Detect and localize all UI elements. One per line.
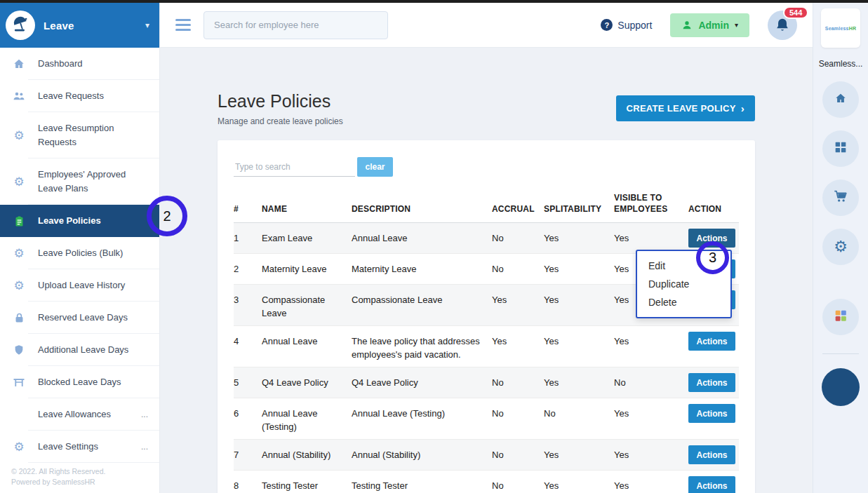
app-window: Leave ▾ DashboardLeave Requests⚙Leave Re… <box>0 0 868 493</box>
row-number: 4 <box>234 326 262 353</box>
clear-search-button[interactable]: clear <box>357 157 393 177</box>
module-switcher[interactable]: Leave ▾ <box>0 3 159 48</box>
sidebar-item-label: Leave Settings <box>38 440 98 454</box>
copyright-text: © 2022. All Rights Reserved. <box>11 466 105 477</box>
admin-label: Admin <box>698 20 729 31</box>
sidebar-item-leave-resumption-requests[interactable]: ⚙Leave Resumption Requests <box>0 112 159 158</box>
dropdown-item-delete[interactable]: Delete <box>637 293 730 311</box>
row-number: 7 <box>234 440 262 467</box>
actions-button[interactable]: Actions <box>688 404 735 423</box>
accrual-value: No <box>492 223 544 250</box>
user-avatar[interactable] <box>822 368 860 406</box>
sidebar-item-leave-settings[interactable]: ⚙Leave Settings... <box>0 431 159 463</box>
rail-button-gear[interactable]: ⚙ <box>822 229 859 265</box>
create-leave-policy-button[interactable]: CREATE LEAVE POLICY › <box>616 95 755 121</box>
sidebar-item-label: Dashboard <box>38 57 83 71</box>
sidebar-item-additional-leave-days[interactable]: Additional Leave Days <box>0 334 159 366</box>
browser-edge <box>0 0 868 3</box>
gate-icon <box>11 376 27 389</box>
home-icon <box>11 58 27 70</box>
column-header-num: # <box>234 203 262 215</box>
actions-button[interactable]: Actions <box>688 373 735 392</box>
sidebar-item-upload-leave-history[interactable]: ⚙Upload Leave History <box>0 269 159 302</box>
accrual-value: Yes <box>492 326 544 353</box>
sidebar-item-label: Leave Policies <box>38 214 101 228</box>
rail-button-grid[interactable] <box>822 130 859 167</box>
splitability-value: Yes <box>544 471 614 493</box>
visible-to-employees-value: Yes <box>614 398 688 426</box>
action-cell: Actions <box>688 326 739 356</box>
sidebar-item-leave-allowances[interactable]: Leave Allowances... <box>0 398 159 431</box>
sidebar-item-label: Reserved Leave Days <box>38 311 128 325</box>
table-search-row: clear <box>234 157 739 177</box>
sidebar-item-leave-policies-bulk[interactable]: ⚙Leave Policies (Bulk) <box>0 237 159 269</box>
policy-name: Q4 Leave Policy <box>262 367 352 395</box>
row-number: 3 <box>234 285 262 312</box>
accrual-value: No <box>492 254 544 281</box>
gear-icon: ⚙ <box>11 441 27 453</box>
accrual-value: Yes <box>492 285 544 312</box>
clipboard-icon <box>11 215 27 227</box>
actions-button[interactable]: Actions <box>688 476 735 493</box>
sidebar-item-employees-approved-leave-plans[interactable]: ⚙Employees' Approved Leave Plans <box>0 158 159 205</box>
actions-button[interactable]: Actions <box>688 332 735 351</box>
rail-button-color-grid[interactable] <box>822 299 859 335</box>
sidebar-item-dashboard[interactable]: Dashboard <box>0 48 159 80</box>
policy-name: Testing Tester <box>262 471 352 493</box>
splitability-value: Yes <box>544 223 614 250</box>
people-icon <box>11 90 27 102</box>
column-header-visible-to-employees: VISIBLE TO EMPLOYEES <box>614 192 688 215</box>
row-number: 2 <box>234 254 262 281</box>
chevron-right-icon: › <box>741 102 745 114</box>
annotation-label: 3 <box>709 250 716 266</box>
admin-menu-button[interactable]: Admin ▾ <box>670 13 749 37</box>
create-leave-policy-label: CREATE LEAVE POLICY <box>627 103 736 114</box>
policy-name: Annual Leave <box>262 326 352 353</box>
visible-to-employees-value: No <box>614 367 688 395</box>
module-title: Leave <box>44 20 74 32</box>
table-header-row: #NAMEDESCRIPTIONACCRUALSPLITABILITYVISIB… <box>234 188 739 223</box>
table-row: 6Annual Leave (Testing)Annual Leave (Tes… <box>234 398 739 440</box>
cart-icon <box>833 189 848 207</box>
table-row: 5Q4 Leave PolicyQ4 Leave PolicyNoYesNoAc… <box>234 367 739 398</box>
policy-name: Compassionate Leave <box>262 285 352 325</box>
sidebar-item-leave-requests[interactable]: Leave Requests <box>0 80 159 112</box>
sidebar-item-leave-policies[interactable]: Leave Policies <box>0 205 159 237</box>
sidebar-item-label: Leave Allowances <box>38 407 111 421</box>
powered-by-text: Powered by SeamlessHR <box>11 477 105 487</box>
employee-search-input[interactable] <box>203 11 388 39</box>
policy-name: Annual Leave (Testing) <box>262 398 352 439</box>
row-number: 1 <box>234 223 262 250</box>
home-icon <box>834 92 847 107</box>
sidebar-item-blocked-leave-days[interactable]: Blocked Leave Days <box>0 366 159 398</box>
gear-icon: ⚙ <box>834 239 848 255</box>
sidebar-item-label: Leave Requests <box>38 89 104 103</box>
ellipsis-icon: ... <box>141 442 152 452</box>
action-cell: Actions <box>688 440 739 470</box>
sidebar-item-label: Leave Resumption Requests <box>38 121 152 149</box>
visible-to-employees-value: Yes <box>614 223 688 250</box>
topbar-right-group: ? Support Admin ▾ 544 <box>601 11 813 40</box>
policy-description: Compassionate Leave <box>352 285 492 312</box>
caret-down-icon[interactable]: ▾ <box>145 20 149 30</box>
annotation-circle-2: 2 <box>147 196 187 236</box>
rightbar-icons: ⚙ <box>822 81 859 348</box>
table-search-input[interactable] <box>234 158 355 177</box>
question-icon: ? <box>601 19 613 31</box>
rail-button-home[interactable] <box>822 81 859 118</box>
visible-to-employees-value: Yes <box>614 471 688 493</box>
actions-button[interactable]: Actions <box>688 445 735 464</box>
table-row: 7Annual (Stability)Annual (Stability)NoY… <box>234 440 739 471</box>
action-cell: Actions <box>688 398 739 428</box>
color-grid-icon <box>833 308 848 326</box>
sidebar-nav: DashboardLeave Requests⚙Leave Resumption… <box>0 48 159 463</box>
row-number: 8 <box>234 471 262 493</box>
rail-button-cart[interactable] <box>822 180 859 216</box>
dropdown-item-duplicate[interactable]: Duplicate <box>637 275 730 293</box>
hamburger-menu-icon[interactable] <box>175 19 191 31</box>
sidebar-item-reserved-leave-days[interactable]: Reserved Leave Days <box>0 302 159 334</box>
gear-icon: ⚙ <box>11 176 27 188</box>
support-link[interactable]: ? Support <box>601 19 652 31</box>
policy-description: Annual Leave (Testing) <box>352 398 492 426</box>
splitability-value: Yes <box>544 326 614 353</box>
